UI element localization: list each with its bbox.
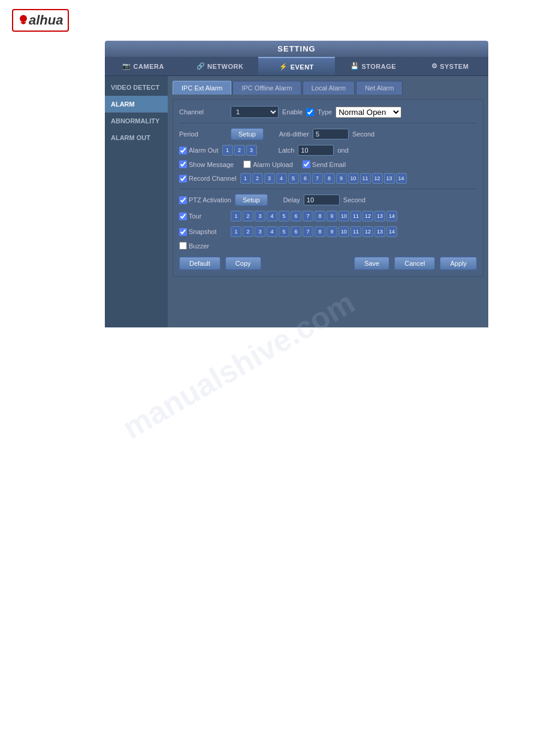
- record-channel-label[interactable]: Record Channel: [179, 175, 237, 183]
- show-message-checkbox[interactable]: [179, 160, 187, 168]
- tour-label[interactable]: Tour: [179, 212, 227, 220]
- tab-event[interactable]: ⚡ EVENT: [258, 57, 335, 75]
- tab-storage[interactable]: 💾 STORAGE: [335, 57, 412, 75]
- rc-ch4[interactable]: 4: [276, 173, 287, 184]
- sidebar: VIDEO DETECT ALARM ABNORMALITY ALARM OUT: [105, 76, 168, 327]
- save-button[interactable]: Save: [354, 257, 389, 270]
- sidebar-item-alarm-out[interactable]: ALARM OUT: [105, 129, 168, 146]
- bottom-buttons: Default Copy Save Cancel Apply: [179, 257, 477, 270]
- snap-ch10[interactable]: 10: [338, 226, 349, 237]
- snapshot-label[interactable]: Snapshot: [179, 228, 227, 236]
- sidebar-item-alarm[interactable]: ALARM: [105, 96, 168, 113]
- snap-ch3[interactable]: 3: [255, 226, 265, 237]
- channel-select[interactable]: 1: [231, 106, 279, 118]
- alarm-out-checkbox[interactable]: [179, 147, 187, 154]
- rc-ch3[interactable]: 3: [264, 173, 275, 184]
- sub-tab-ipc-offline-alarm[interactable]: IPC Offline Alarm: [232, 81, 301, 95]
- tab-system[interactable]: ⚙ SYSTEM: [412, 57, 488, 75]
- tour-ch2[interactable]: 2: [243, 211, 253, 221]
- tour-ch13[interactable]: 13: [374, 211, 385, 221]
- anti-dither-input[interactable]: [313, 129, 349, 139]
- type-select[interactable]: Normal Open Normal Close: [335, 107, 401, 118]
- rc-ch6[interactable]: 6: [300, 173, 311, 184]
- snap-ch4[interactable]: 4: [267, 226, 277, 237]
- rc-ch2[interactable]: 2: [252, 173, 263, 184]
- snapshot-channel-buttons: 1 2 3 4 5 6 7 8 9 10 11 12 13 14: [231, 226, 397, 237]
- tour-row: Tour 1 2 3 4 5 6 7 8 9 10 11 12: [179, 211, 477, 221]
- enable-checkbox[interactable]: [306, 108, 314, 116]
- tour-ch10[interactable]: 10: [338, 211, 349, 221]
- period-setup-button[interactable]: Setup: [231, 128, 264, 140]
- tour-ch5[interactable]: 5: [279, 211, 289, 221]
- tour-ch12[interactable]: 12: [362, 211, 373, 221]
- tour-ch4[interactable]: 4: [267, 211, 277, 221]
- message-row: Show Message Alarm Upload Send Email: [179, 160, 477, 168]
- cancel-button[interactable]: Cancel: [394, 257, 435, 270]
- snap-ch13[interactable]: 13: [374, 226, 385, 237]
- send-email-label[interactable]: Send Email: [303, 160, 346, 168]
- snap-ch6[interactable]: 6: [291, 226, 301, 237]
- ptz-activation-label[interactable]: PTZ Activation: [179, 196, 231, 204]
- snapshot-checkbox[interactable]: [179, 228, 187, 236]
- alarm-out-ch2[interactable]: 2: [234, 145, 245, 156]
- snap-ch1[interactable]: 1: [231, 226, 241, 237]
- tour-ch8[interactable]: 8: [315, 211, 325, 221]
- snap-ch14[interactable]: 14: [386, 226, 397, 237]
- snap-ch8[interactable]: 8: [315, 226, 325, 237]
- buzzer-checkbox[interactable]: [179, 242, 187, 250]
- main-panel: IPC Ext Alarm IPC Offline Alarm Local Al…: [168, 76, 488, 327]
- snap-ch9[interactable]: 9: [327, 226, 337, 237]
- tour-checkbox[interactable]: [179, 212, 187, 220]
- rc-ch8[interactable]: 8: [324, 173, 335, 184]
- snap-ch11[interactable]: 11: [350, 226, 361, 237]
- tour-ch9[interactable]: 9: [327, 211, 337, 221]
- tour-ch3[interactable]: 3: [255, 211, 265, 221]
- ptz-activation-checkbox[interactable]: [179, 196, 187, 204]
- apply-button[interactable]: Apply: [440, 257, 477, 270]
- record-channel-checkbox[interactable]: [179, 175, 187, 183]
- rc-ch5[interactable]: 5: [288, 173, 299, 184]
- rc-ch12[interactable]: 12: [372, 173, 383, 184]
- sidebar-item-video-detect[interactable]: VIDEO DETECT: [105, 79, 168, 96]
- alarm-out-label[interactable]: Alarm Out: [179, 147, 219, 154]
- rc-ch10[interactable]: 10: [348, 173, 359, 184]
- buzzer-row: Buzzer: [179, 242, 477, 250]
- show-message-label[interactable]: Show Message: [179, 160, 234, 168]
- default-button[interactable]: Default: [179, 257, 220, 270]
- snap-ch5[interactable]: 5: [279, 226, 289, 237]
- tour-ch11[interactable]: 11: [350, 211, 361, 221]
- rc-ch7[interactable]: 7: [312, 173, 323, 184]
- alarm-out-ch3[interactable]: 3: [246, 145, 257, 156]
- rc-ch14[interactable]: 14: [396, 173, 407, 184]
- camera-icon: 📷: [122, 62, 131, 70]
- alarm-upload-label[interactable]: Alarm Upload: [243, 160, 293, 168]
- send-email-checkbox[interactable]: [303, 160, 310, 168]
- sub-tab-ipc-ext-alarm[interactable]: IPC Ext Alarm: [173, 81, 231, 95]
- sidebar-item-abnormality[interactable]: ABNORMALITY: [105, 113, 168, 129]
- rc-ch1[interactable]: 1: [240, 173, 251, 184]
- buzzer-label[interactable]: Buzzer: [179, 242, 209, 250]
- alarm-upload-checkbox[interactable]: [243, 160, 251, 168]
- sub-tab-local-alarm[interactable]: Local Alarm: [303, 81, 355, 95]
- delay-input[interactable]: [304, 195, 340, 205]
- rc-ch13[interactable]: 13: [384, 173, 395, 184]
- snap-ch7[interactable]: 7: [303, 226, 313, 237]
- alarm-out-ch1[interactable]: 1: [222, 145, 233, 156]
- tour-ch14[interactable]: 14: [386, 211, 397, 221]
- tab-storage-label: STORAGE: [361, 63, 396, 70]
- latch-input[interactable]: [298, 145, 334, 156]
- tour-ch7[interactable]: 7: [303, 211, 313, 221]
- tab-network[interactable]: 🔗 NETWORK: [182, 57, 258, 75]
- copy-button[interactable]: Copy: [225, 257, 261, 270]
- tab-camera[interactable]: 📷 CAMERA: [105, 57, 182, 75]
- ptz-setup-button[interactable]: Setup: [235, 194, 268, 206]
- tour-ch6[interactable]: 6: [291, 211, 301, 221]
- tour-ch1[interactable]: 1: [231, 211, 241, 221]
- sub-tab-ipc-ext-alarm-label: IPC Ext Alarm: [182, 84, 222, 92]
- snap-ch12[interactable]: 12: [362, 226, 373, 237]
- snap-ch2[interactable]: 2: [243, 226, 253, 237]
- rc-ch9[interactable]: 9: [336, 173, 347, 184]
- tour-channel-buttons: 1 2 3 4 5 6 7 8 9 10 11 12 13 14: [231, 211, 397, 221]
- rc-ch11[interactable]: 11: [360, 173, 371, 184]
- sub-tab-net-alarm[interactable]: Net Alarm: [356, 81, 403, 95]
